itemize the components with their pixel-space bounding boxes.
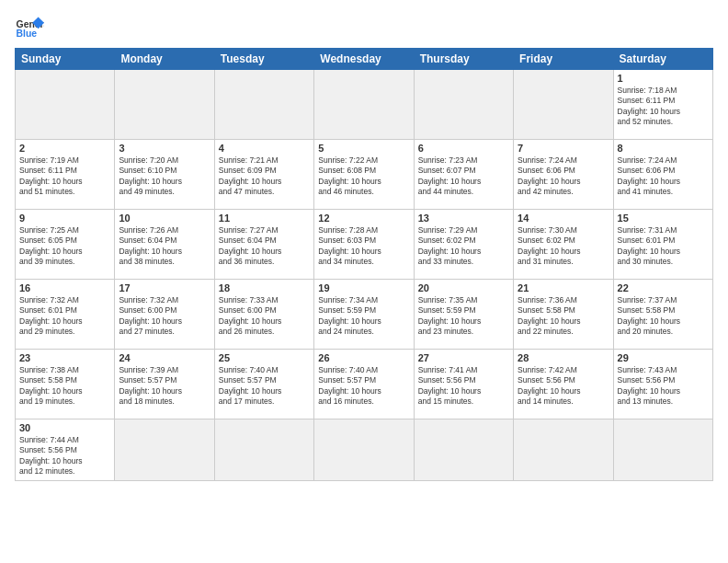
weekday-header-sunday: Sunday — [16, 49, 115, 70]
day-info: Sunrise: 7:42 AMSunset: 5:56 PMDaylight:… — [518, 365, 609, 408]
weekday-header-row: SundayMondayTuesdayWednesdayThursdayFrid… — [16, 49, 713, 70]
day-cell: 4Sunrise: 7:21 AMSunset: 6:09 PMDaylight… — [214, 140, 313, 210]
week-row-2: 2Sunrise: 7:19 AMSunset: 6:11 PMDaylight… — [16, 140, 713, 210]
week-row-1: 1Sunrise: 7:18 AMSunset: 6:11 PMDaylight… — [16, 70, 713, 140]
weekday-header-thursday: Thursday — [414, 49, 513, 70]
day-number: 4 — [219, 143, 310, 154]
day-cell: 27Sunrise: 7:41 AMSunset: 5:56 PMDayligh… — [414, 350, 513, 419]
day-number: 1 — [618, 73, 709, 84]
day-info: Sunrise: 7:40 AMSunset: 5:57 PMDaylight:… — [219, 365, 310, 408]
day-cell: 17Sunrise: 7:32 AMSunset: 6:00 PMDayligh… — [115, 280, 214, 350]
day-info: Sunrise: 7:41 AMSunset: 5:56 PMDaylight:… — [418, 365, 509, 408]
day-number: 17 — [119, 282, 210, 293]
day-number: 29 — [618, 352, 709, 363]
week-row-5: 23Sunrise: 7:38 AMSunset: 5:58 PMDayligh… — [16, 350, 713, 419]
day-number: 25 — [219, 352, 310, 363]
day-info: Sunrise: 7:22 AMSunset: 6:08 PMDaylight:… — [318, 155, 409, 198]
day-cell: 15Sunrise: 7:31 AMSunset: 6:01 PMDayligh… — [613, 210, 712, 280]
day-cell: 10Sunrise: 7:26 AMSunset: 6:04 PMDayligh… — [115, 210, 214, 280]
day-info: Sunrise: 7:20 AMSunset: 6:10 PMDaylight:… — [119, 155, 210, 198]
weekday-header-friday: Friday — [514, 49, 613, 70]
day-number: 24 — [119, 352, 210, 363]
weekday-header-monday: Monday — [115, 49, 214, 70]
day-cell: 12Sunrise: 7:28 AMSunset: 6:03 PMDayligh… — [314, 210, 414, 280]
day-info: Sunrise: 7:24 AMSunset: 6:06 PMDaylight:… — [518, 155, 609, 198]
day-cell — [314, 419, 414, 481]
day-number: 12 — [318, 213, 409, 224]
svg-text:Blue: Blue — [17, 29, 38, 39]
day-cell: 14Sunrise: 7:30 AMSunset: 6:02 PMDayligh… — [514, 210, 613, 280]
day-info: Sunrise: 7:21 AMSunset: 6:09 PMDaylight:… — [219, 155, 310, 198]
week-row-6: 30Sunrise: 7:44 AMSunset: 5:56 PMDayligh… — [16, 419, 713, 481]
day-number: 7 — [518, 143, 609, 154]
generalblue-logo-icon: General Blue — [15, 11, 44, 40]
day-info: Sunrise: 7:25 AMSunset: 6:05 PMDaylight:… — [19, 225, 110, 268]
day-info: Sunrise: 7:27 AMSunset: 6:04 PMDaylight:… — [219, 225, 310, 268]
weekday-header-wednesday: Wednesday — [314, 49, 414, 70]
day-cell — [115, 70, 214, 140]
day-number: 16 — [19, 282, 110, 293]
day-cell — [314, 70, 414, 140]
day-number: 28 — [518, 352, 609, 363]
day-info: Sunrise: 7:43 AMSunset: 5:56 PMDaylight:… — [618, 365, 709, 408]
day-cell: 3Sunrise: 7:20 AMSunset: 6:10 PMDaylight… — [115, 140, 214, 210]
calendar-table: SundayMondayTuesdayWednesdayThursdayFrid… — [15, 48, 713, 481]
day-number: 30 — [19, 422, 110, 433]
day-cell — [214, 70, 313, 140]
day-cell: 5Sunrise: 7:22 AMSunset: 6:08 PMDaylight… — [314, 140, 414, 210]
day-cell: 20Sunrise: 7:35 AMSunset: 5:59 PMDayligh… — [414, 280, 513, 350]
weekday-header-tuesday: Tuesday — [214, 49, 313, 70]
day-info: Sunrise: 7:36 AMSunset: 5:58 PMDaylight:… — [518, 295, 609, 338]
day-info: Sunrise: 7:38 AMSunset: 5:58 PMDaylight:… — [19, 365, 110, 408]
day-info: Sunrise: 7:31 AMSunset: 6:01 PMDaylight:… — [618, 225, 709, 268]
day-info: Sunrise: 7:30 AMSunset: 6:02 PMDaylight:… — [518, 225, 609, 268]
week-row-3: 9Sunrise: 7:25 AMSunset: 6:05 PMDaylight… — [16, 210, 713, 280]
day-cell: 6Sunrise: 7:23 AMSunset: 6:07 PMDaylight… — [414, 140, 513, 210]
logo: General Blue — [15, 11, 44, 40]
day-number: 11 — [219, 213, 310, 224]
calendar-page: General Blue SundayMondayTuesdayWednesda… — [0, 0, 728, 563]
day-number: 26 — [318, 352, 409, 363]
day-number: 13 — [418, 213, 509, 224]
day-cell — [16, 70, 115, 140]
day-info: Sunrise: 7:29 AMSunset: 6:02 PMDaylight:… — [418, 225, 509, 268]
day-cell: 7Sunrise: 7:24 AMSunset: 6:06 PMDaylight… — [514, 140, 613, 210]
day-cell: 1Sunrise: 7:18 AMSunset: 6:11 PMDaylight… — [613, 70, 712, 140]
day-number: 14 — [518, 213, 609, 224]
day-number: 21 — [518, 282, 609, 293]
day-cell: 30Sunrise: 7:44 AMSunset: 5:56 PMDayligh… — [16, 419, 115, 481]
day-info: Sunrise: 7:32 AMSunset: 6:00 PMDaylight:… — [119, 295, 210, 338]
day-cell — [613, 419, 712, 481]
day-cell: 22Sunrise: 7:37 AMSunset: 5:58 PMDayligh… — [613, 280, 712, 350]
day-info: Sunrise: 7:33 AMSunset: 6:00 PMDaylight:… — [219, 295, 310, 338]
week-row-4: 16Sunrise: 7:32 AMSunset: 6:01 PMDayligh… — [16, 280, 713, 350]
day-number: 8 — [618, 143, 709, 154]
day-info: Sunrise: 7:23 AMSunset: 6:07 PMDaylight:… — [418, 155, 509, 198]
day-info: Sunrise: 7:18 AMSunset: 6:11 PMDaylight:… — [618, 86, 709, 128]
day-cell: 25Sunrise: 7:40 AMSunset: 5:57 PMDayligh… — [214, 350, 313, 419]
day-number: 5 — [318, 143, 409, 154]
day-cell: 16Sunrise: 7:32 AMSunset: 6:01 PMDayligh… — [16, 280, 115, 350]
header: General Blue — [15, 11, 713, 40]
day-number: 23 — [19, 352, 110, 363]
day-info: Sunrise: 7:40 AMSunset: 5:57 PMDaylight:… — [318, 365, 409, 408]
day-number: 20 — [418, 282, 509, 293]
day-number: 15 — [618, 213, 709, 224]
day-cell — [214, 419, 313, 481]
day-number: 18 — [219, 282, 310, 293]
day-number: 22 — [618, 282, 709, 293]
day-cell — [115, 419, 214, 481]
day-cell: 28Sunrise: 7:42 AMSunset: 5:56 PMDayligh… — [514, 350, 613, 419]
day-number: 19 — [318, 282, 409, 293]
weekday-header-saturday: Saturday — [613, 49, 712, 70]
day-cell: 18Sunrise: 7:33 AMSunset: 6:00 PMDayligh… — [214, 280, 313, 350]
day-info: Sunrise: 7:24 AMSunset: 6:06 PMDaylight:… — [618, 155, 709, 198]
day-number: 2 — [19, 143, 110, 154]
day-info: Sunrise: 7:28 AMSunset: 6:03 PMDaylight:… — [318, 225, 409, 268]
day-info: Sunrise: 7:35 AMSunset: 5:59 PMDaylight:… — [418, 295, 509, 338]
day-number: 3 — [119, 143, 210, 154]
day-info: Sunrise: 7:39 AMSunset: 5:57 PMDaylight:… — [119, 365, 210, 408]
day-cell: 11Sunrise: 7:27 AMSunset: 6:04 PMDayligh… — [214, 210, 313, 280]
day-cell: 13Sunrise: 7:29 AMSunset: 6:02 PMDayligh… — [414, 210, 513, 280]
day-number: 10 — [119, 213, 210, 224]
